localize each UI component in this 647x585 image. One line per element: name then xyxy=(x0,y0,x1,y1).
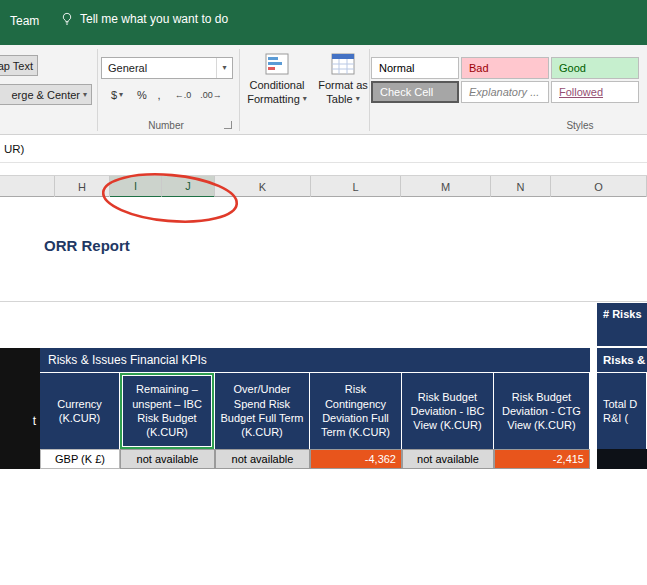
style-explanatory[interactable]: Explanatory ... xyxy=(461,81,549,103)
accounting-format-button[interactable]: $ ▾ xyxy=(103,84,131,105)
format-as-table-icon xyxy=(331,53,355,77)
conditional-formatting-label: Conditional xyxy=(249,79,304,91)
header-risk-budget-deviation-ibc[interactable]: Risk Budget Deviation - IBC View (K.CUR) xyxy=(402,373,494,449)
column-header-o[interactable]: O xyxy=(551,176,647,197)
cell-remaining-value[interactable]: not available xyxy=(120,449,215,469)
wrap-text-label: ap Text xyxy=(0,60,33,72)
style-bad[interactable]: Bad xyxy=(461,57,549,79)
column-header-k[interactable]: K xyxy=(215,176,311,197)
tell-me-label: Tell me what you want to do xyxy=(80,12,228,26)
conditional-formatting-icon xyxy=(265,53,289,77)
cell-currency-value[interactable]: GBP (K £) xyxy=(40,449,120,469)
column-header-n[interactable]: N xyxy=(491,176,551,197)
decrease-decimal-icon: .00→ xyxy=(200,90,222,100)
column-header-i[interactable]: I xyxy=(110,176,162,198)
group-separator xyxy=(239,49,240,131)
chevron-down-icon: ▾ xyxy=(356,95,360,103)
cell-deviation-ctg-value[interactable]: -2,415 xyxy=(494,449,590,469)
column-header-m[interactable]: M xyxy=(401,176,491,197)
excel-window: Team Tell me what you want to do ap Text… xyxy=(0,0,647,585)
row-label-fragment: t xyxy=(33,414,36,428)
header-risk-budget-deviation-ctg[interactable]: Risk Budget Deviation - CTG View (K.CUR) xyxy=(494,373,590,449)
comma-style-button[interactable]: , xyxy=(152,84,166,105)
style-normal[interactable]: Normal xyxy=(371,57,459,79)
wrap-text-button[interactable]: ap Text xyxy=(0,55,38,76)
chevron-down-icon[interactable]: ▾ xyxy=(216,58,232,78)
row-label-cell[interactable]: t xyxy=(0,348,40,469)
conditional-formatting-button[interactable]: Conditional Formatting▾ xyxy=(242,53,312,105)
comma-icon: , xyxy=(157,89,160,101)
percent-icon: % xyxy=(137,89,147,101)
spreadsheet: ORR Report # Risks t Risks & Issues Fina… xyxy=(0,197,647,585)
num-risks-header-cell[interactable]: # Risks xyxy=(597,303,647,346)
group-separator xyxy=(97,49,98,131)
style-good[interactable]: Good xyxy=(551,57,639,79)
column-headers: H I J K L M N O xyxy=(0,175,647,197)
cell-deviation-ibc-value[interactable]: not available xyxy=(402,449,494,469)
cell-risk-contingency-value[interactable]: -4,362 xyxy=(310,449,402,469)
number-format-value: General xyxy=(102,62,216,74)
chevron-down-icon: ▾ xyxy=(83,91,87,99)
column-header-g[interactable] xyxy=(0,176,55,197)
row-divider xyxy=(0,301,647,302)
styles-group-label: Styles xyxy=(480,120,647,131)
header-remaining-unspent-ibc[interactable]: Remaining – unspent – IBC Risk Budget (K… xyxy=(120,373,215,449)
chevron-down-icon: ▾ xyxy=(119,91,123,99)
ribbon: ap Text erge & Center ▾ General ▾ $ ▾ % … xyxy=(0,45,647,135)
increase-decimal-button[interactable]: ←.0 xyxy=(170,84,196,105)
percent-style-button[interactable]: % xyxy=(133,84,151,105)
decrease-decimal-button[interactable]: .00→ xyxy=(198,84,224,105)
merge-center-label: erge & Center xyxy=(12,89,80,101)
header-risk-contingency-deviation[interactable]: Risk Contingency Deviation Full Term (K.… xyxy=(310,373,402,449)
lightbulb-icon xyxy=(60,12,74,26)
header-over-under-spend[interactable]: Over/Under Spend Risk Budget Full Term (… xyxy=(215,373,310,449)
formula-bar[interactable]: UR) xyxy=(0,135,647,163)
formula-text: UR) xyxy=(4,143,24,155)
number-format-select[interactable]: General ▾ xyxy=(101,57,233,79)
header-currency[interactable]: Currency (K.CUR) xyxy=(40,373,120,449)
style-followed-hyperlink[interactable]: Followed xyxy=(551,81,639,103)
increase-decimal-icon: ←.0 xyxy=(175,90,192,100)
chevron-down-icon: ▾ xyxy=(303,95,307,103)
dollar-icon: $ xyxy=(111,89,117,101)
merge-center-button[interactable]: erge & Center ▾ xyxy=(0,84,92,105)
tell-me-box[interactable]: Tell me what you want to do xyxy=(60,12,228,26)
kpi-band-header[interactable]: Risks & Issues Financial KPIs xyxy=(40,348,590,372)
group-separator xyxy=(369,49,370,131)
report-title[interactable]: ORR Report xyxy=(44,237,130,254)
cell-total-deviation-value[interactable] xyxy=(597,449,647,469)
number-group-label: Number xyxy=(96,120,236,131)
risks-band-header[interactable]: Risks & xyxy=(597,348,647,372)
header-total-deviation[interactable]: Total D R&I ( xyxy=(597,373,647,449)
format-as-table-button[interactable]: Format as Table▾ xyxy=(314,53,372,105)
cell-styles-gallery: Normal Bad Good Check Cell Explanatory .… xyxy=(371,57,639,103)
column-header-h[interactable]: H xyxy=(55,176,110,197)
style-check-cell[interactable]: Check Cell xyxy=(371,81,459,103)
cell-over-under-value[interactable]: not available xyxy=(215,449,310,469)
column-header-l[interactable]: L xyxy=(311,176,401,197)
tab-team[interactable]: Team xyxy=(10,14,39,28)
ribbon-tab-bar: Team Tell me what you want to do xyxy=(0,0,647,45)
format-as-table-label: Format as xyxy=(318,79,368,91)
column-header-j[interactable]: J xyxy=(162,176,215,198)
